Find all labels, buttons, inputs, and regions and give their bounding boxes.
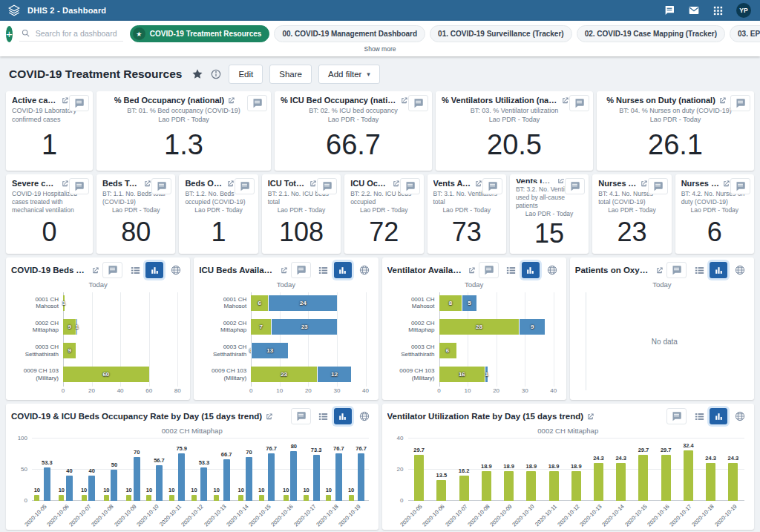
table-view-button[interactable] — [690, 408, 708, 424]
interpretations-icon[interactable] — [664, 4, 675, 16]
bar-segment-blue[interactable]: 23 — [271, 319, 337, 335]
map-view-button[interactable] — [543, 262, 561, 278]
comment-button[interactable] — [69, 95, 89, 111]
bar-segment-green[interactable]: 16 — [439, 367, 485, 382]
bar-green[interactable] — [638, 455, 648, 501]
open-in-new-icon[interactable] — [722, 180, 730, 188]
bar-blue[interactable] — [134, 457, 140, 501]
bar-green[interactable] — [459, 476, 469, 501]
apps-icon[interactable] — [712, 5, 724, 16]
open-in-new-icon[interactable] — [91, 266, 99, 275]
bar-green[interactable] — [616, 463, 626, 501]
bar-blue[interactable] — [313, 455, 320, 501]
interpretations-button[interactable] — [666, 262, 687, 278]
bar-green[interactable] — [706, 463, 715, 501]
dashboard-chip-00-covid-19-management-dashboard[interactable]: 00. COVID-19 Management Dashboard — [274, 25, 425, 42]
interpretations-button[interactable] — [291, 408, 311, 424]
open-in-new-icon[interactable] — [61, 180, 69, 188]
star-dashboard-button[interactable] — [191, 68, 203, 80]
bar-segment-green[interactable]: 6 — [439, 343, 456, 358]
open-in-new-icon[interactable] — [474, 180, 482, 188]
open-in-new-icon[interactable] — [586, 413, 594, 421]
bar-segment-green[interactable]: 6 — [251, 295, 268, 311]
comment-button[interactable] — [408, 95, 428, 111]
bar-green[interactable] — [82, 495, 87, 501]
bar-segment-blue[interactable]: 24 — [268, 295, 337, 311]
bar-green[interactable] — [59, 495, 64, 501]
open-in-new-icon[interactable] — [309, 180, 317, 188]
interpretations-button[interactable] — [291, 262, 311, 278]
bar-segment-green[interactable]: 9 — [63, 319, 76, 335]
bar-green[interactable] — [594, 463, 603, 501]
table-view-button[interactable] — [315, 408, 332, 424]
chart-view-button[interactable] — [334, 408, 352, 424]
bar-green[interactable] — [728, 463, 738, 501]
open-in-new-icon[interactable] — [557, 179, 565, 183]
bar-green[interactable] — [349, 495, 354, 501]
table-view-button[interactable] — [690, 262, 708, 278]
bar-green[interactable] — [169, 495, 174, 501]
edit-button[interactable]: Edit — [229, 65, 263, 84]
interpretations-button[interactable] — [666, 408, 687, 424]
bar-green[interactable] — [104, 495, 109, 501]
bar-blue[interactable] — [200, 467, 207, 501]
dhis2-logo-icon[interactable] — [7, 4, 21, 17]
bar-segment-green[interactable]: 60 — [63, 367, 149, 382]
chart-view-button[interactable] — [334, 262, 352, 278]
bar-green[interactable] — [549, 471, 559, 501]
bar-green[interactable] — [482, 471, 491, 501]
bar-segment-blue[interactable]: 12 — [317, 367, 351, 382]
interpretations-button[interactable] — [102, 262, 122, 278]
chart-view-button[interactable] — [522, 262, 540, 278]
bar-green[interactable] — [126, 495, 131, 501]
bar-blue[interactable] — [156, 465, 163, 501]
bar-blue[interactable] — [44, 467, 50, 501]
bar-blue[interactable] — [223, 459, 230, 501]
bar-segment-green[interactable]: 28 — [439, 319, 520, 335]
bar-segment-green[interactable]: 23 — [251, 367, 317, 382]
open-in-new-icon[interactable] — [61, 96, 69, 105]
interpretations-button[interactable] — [479, 262, 499, 278]
open-in-new-icon[interactable] — [561, 96, 569, 105]
dashboard-search[interactable] — [19, 27, 123, 42]
bar-green[interactable] — [684, 450, 693, 501]
open-in-new-icon[interactable] — [143, 180, 151, 188]
open-in-new-icon[interactable] — [718, 96, 727, 105]
bar-blue[interactable] — [268, 453, 275, 501]
bar-green[interactable] — [146, 495, 151, 501]
bar-green[interactable] — [526, 471, 536, 501]
comment-button[interactable] — [730, 178, 750, 194]
comment-button[interactable] — [482, 178, 502, 194]
comment-button[interactable] — [730, 95, 750, 111]
bar-green[interactable] — [436, 480, 446, 501]
comment-button[interactable] — [565, 178, 585, 194]
comment-button[interactable] — [317, 178, 337, 194]
bar-segment-blue[interactable]: 1 — [485, 367, 488, 382]
comment-button[interactable] — [569, 95, 589, 111]
bar-green[interactable] — [414, 455, 424, 501]
bar-segment-blue[interactable]: 13 — [251, 343, 288, 358]
bar-segment-blue[interactable]: 5 — [462, 295, 476, 311]
bar-green[interactable] — [304, 495, 309, 501]
comment-button[interactable] — [247, 95, 267, 111]
dashboard-chip-03-epicurve-by-province[interactable]: 03. EPICURVE by Province — [730, 25, 760, 42]
bar-blue[interactable] — [246, 457, 252, 501]
bar-green[interactable] — [191, 495, 197, 501]
open-in-new-icon[interactable] — [265, 413, 273, 421]
new-dashboard-button[interactable]: + — [6, 26, 13, 42]
bar-green[interactable] — [284, 495, 289, 501]
bar-blue[interactable] — [111, 470, 117, 501]
open-in-new-icon[interactable] — [226, 180, 235, 188]
bar-green[interactable] — [238, 495, 243, 501]
bar-green[interactable] — [571, 471, 581, 501]
map-view-button[interactable] — [356, 408, 373, 424]
dashboard-chip-covid-19-treatment-resources[interactable]: ★COVID-19 Treatment Resources — [130, 25, 270, 42]
open-in-new-icon[interactable] — [468, 266, 476, 275]
open-in-new-icon[interactable] — [640, 180, 648, 188]
bar-segment-green[interactable]: 7 — [251, 319, 271, 335]
bar-blue[interactable] — [358, 453, 364, 501]
dashboard-search-input[interactable] — [34, 28, 122, 39]
open-in-new-icon[interactable] — [280, 266, 288, 275]
chart-view-button[interactable] — [710, 408, 727, 424]
bar-blue[interactable] — [66, 476, 73, 501]
